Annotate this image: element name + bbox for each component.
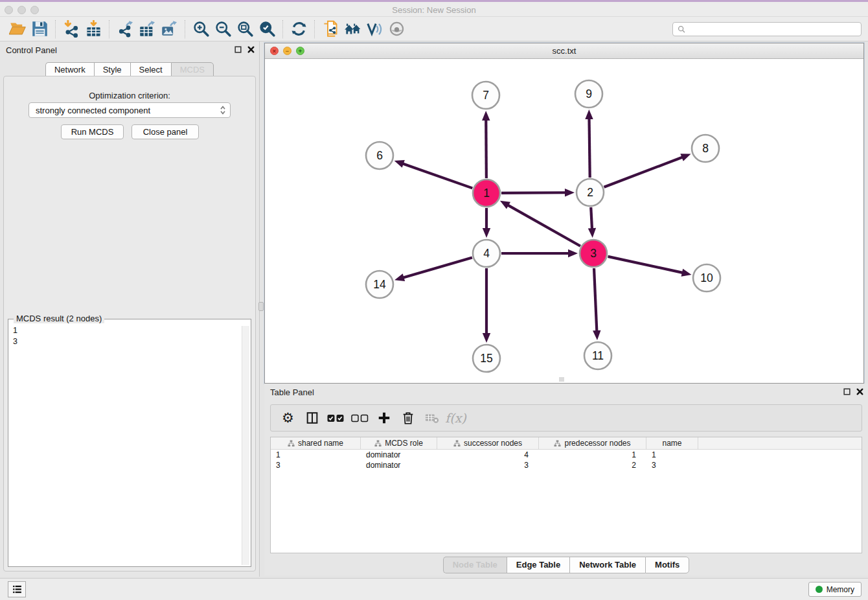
memory-button[interactable]: Memory (808, 582, 862, 597)
toolbar-separator (109, 20, 109, 38)
refresh-icon[interactable] (288, 19, 310, 40)
close-panel-button[interactable]: Close panel (131, 124, 199, 139)
edge-arrow-1-2 (565, 189, 575, 196)
run-mcds-button[interactable]: Run MCDS (61, 124, 124, 139)
toolbar-separator (55, 20, 56, 38)
optimization-criterion-select[interactable]: strongly connected component (29, 102, 231, 118)
search-input[interactable] (689, 25, 857, 34)
edge-arrow-4-14 (394, 273, 405, 281)
vizmapper-icon[interactable] (363, 19, 385, 40)
node-label-9: 9 (586, 87, 592, 100)
network-window-titlebar[interactable]: × − + scc.txt (265, 43, 863, 59)
mcds-result-title: MCDS result (2 nodes) (14, 314, 104, 323)
zoom-in-icon[interactable] (190, 19, 212, 40)
network-canvas[interactable]: 7968124314101511 (265, 59, 863, 383)
zoom-selected-icon[interactable] (256, 19, 278, 40)
edge-4-14[interactable] (403, 257, 472, 277)
edge-1-6[interactable] (402, 163, 472, 188)
edge-arrow-3-11 (593, 330, 600, 340)
toolbar-separator (314, 20, 315, 38)
node-label-3: 3 (590, 247, 597, 260)
edge-1-2[interactable] (501, 192, 566, 193)
edge-arrow-3-10 (681, 269, 692, 277)
cell-name[interactable]: 3 (646, 460, 698, 470)
eye-icon[interactable] (385, 19, 407, 40)
edge-3-1[interactable] (507, 205, 580, 246)
edge-arrow-1-7 (482, 111, 490, 121)
save-session-icon[interactable] (29, 19, 51, 40)
cell-shared-name[interactable]: 1 (271, 450, 361, 460)
cell-MCDS-role[interactable]: dominator (361, 450, 437, 460)
cell-name[interactable]: 1 (646, 450, 698, 460)
import-table-icon[interactable] (82, 19, 104, 40)
edge-arrow-2-8 (680, 154, 691, 161)
function-builder-icon: f(x) (444, 407, 468, 429)
column-header-shared-name[interactable]: shared name (271, 437, 361, 449)
export-table-icon[interactable] (136, 19, 158, 40)
edge-3-11[interactable] (594, 268, 597, 332)
close-table-panel-icon[interactable] (856, 387, 864, 396)
delete-row-icon[interactable] (396, 407, 420, 429)
network-window-title: scc.txt (265, 46, 863, 56)
zoom-out-icon[interactable] (212, 19, 234, 40)
import-network-icon[interactable] (60, 19, 82, 40)
home-icon[interactable] (341, 19, 363, 40)
cell-predecessor-nodes[interactable]: 1 (539, 450, 646, 460)
splitter-grip[interactable] (258, 302, 264, 311)
tab-network-table[interactable]: Network Table (569, 557, 645, 573)
result-scrollbar[interactable] (242, 326, 249, 565)
edge-1-7[interactable] (486, 119, 486, 178)
cell-predecessor-nodes[interactable]: 2 (539, 460, 646, 470)
edge-arrow-1-4 (483, 228, 490, 238)
tab-node-table[interactable]: Node Table (443, 557, 507, 573)
result-line: 1 (13, 325, 17, 336)
edge-2-8[interactable] (604, 157, 683, 187)
edge-3-10[interactable] (608, 257, 683, 273)
column-label: successor nodes (464, 439, 522, 448)
export-network-icon[interactable] (114, 19, 136, 40)
edge-2-3[interactable] (591, 207, 592, 229)
cell-shared-name[interactable]: 3 (271, 460, 361, 470)
column-header-successor-nodes[interactable]: successor nodes (437, 437, 539, 449)
edge-arrow-1-6 (394, 160, 405, 168)
zoom-fit-icon[interactable] (234, 19, 256, 40)
network-view-window: × − + scc.txt 7968124314101511 (264, 43, 864, 384)
table-toolbar: ⚙f(x) (270, 404, 862, 432)
task-history-button[interactable] (8, 581, 26, 597)
float-table-panel-icon[interactable] (843, 387, 851, 396)
column-header-MCDS-role[interactable]: MCDS role (361, 437, 437, 449)
column-label: name (662, 439, 681, 448)
mcds-result-lines: 13 (13, 325, 17, 347)
tab-edge-table[interactable]: Edge Table (507, 557, 569, 573)
tab-motifs[interactable]: Motifs (645, 557, 689, 573)
add-row-icon[interactable] (372, 407, 396, 429)
column-header-predecessor-nodes[interactable]: predecessor nodes (539, 437, 646, 449)
tree-icon (288, 440, 295, 447)
deselect-all-checkboxes-icon[interactable] (348, 407, 372, 429)
edge-arrow-4-3 (568, 249, 578, 257)
toolbar-separator (185, 20, 185, 38)
settings-gear-icon[interactable]: ⚙ (276, 407, 300, 429)
export-image-icon[interactable] (158, 19, 180, 40)
edge-2-9[interactable] (589, 118, 589, 178)
tree-icon (374, 440, 382, 447)
cell-successor-nodes[interactable]: 4 (437, 450, 539, 460)
new-network-icon[interactable] (319, 19, 341, 40)
canvas-scroll-grip[interactable] (559, 377, 564, 382)
network-graph: 7968124314101511 (265, 59, 863, 383)
column-header-name[interactable]: name (646, 437, 698, 449)
cell-MCDS-role[interactable]: dominator (361, 460, 437, 470)
search-field[interactable] (672, 22, 862, 36)
search-icon (677, 25, 686, 34)
selected-criterion: strongly connected component (36, 106, 220, 115)
chevron-up-down-icon (220, 105, 226, 115)
close-panel-icon[interactable] (247, 45, 255, 54)
float-panel-icon[interactable] (234, 45, 242, 54)
column-layout-icon[interactable] (300, 407, 324, 429)
cell-successor-nodes[interactable]: 3 (437, 460, 539, 470)
select-all-checkboxes-icon[interactable] (324, 407, 348, 429)
node-label-4: 4 (483, 247, 490, 260)
open-file-icon[interactable] (6, 19, 29, 40)
control-panel-title: Control Panel (6, 45, 57, 55)
memory-label: Memory (827, 585, 854, 594)
